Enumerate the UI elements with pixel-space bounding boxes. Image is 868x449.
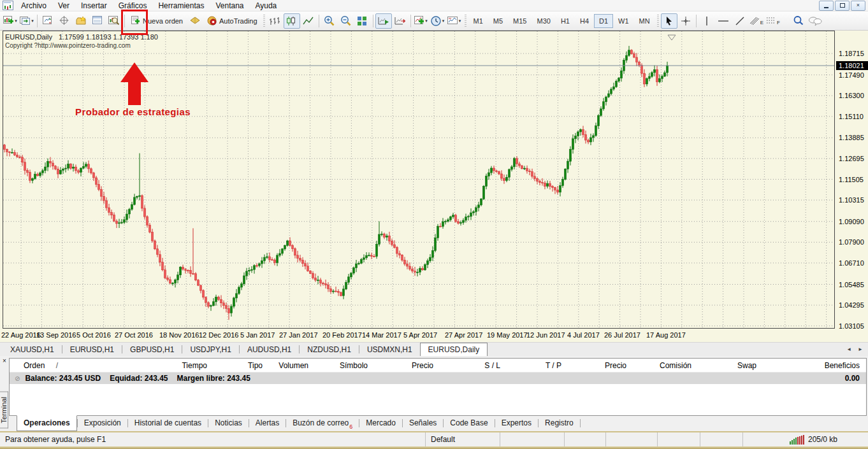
terminal-tab-noticias[interactable]: Noticias [208,416,249,431]
timeframe-m15[interactable]: M15 [508,14,532,28]
timeframe-d1[interactable]: D1 [594,14,613,28]
comments-button[interactable] [807,13,823,29]
magnifier-button[interactable] [790,13,807,29]
column-header-simbolo[interactable]: Símbolo [312,361,372,370]
mail-count-badge: 6 [349,424,352,431]
scroll-right-arrow[interactable]: ► [858,346,863,352]
column-header-volumen[interactable]: Volumen [266,361,312,370]
terminal-tab-historial-de-cuentas[interactable]: Historial de cuentas [128,416,208,431]
tile-windows-button[interactable] [354,13,371,29]
new-chart-button[interactable]: ▾ [2,13,18,29]
crosshair-icon [681,16,691,26]
line-chart-button[interactable] [300,13,317,29]
orders-header-row: Orden /TiempoTipoVolumenSímboloPrecioS /… [10,359,866,373]
column-header-beneficios[interactable]: Beneficios [760,361,866,370]
terminal-tab-code-base[interactable]: Code Base [444,416,494,431]
terminal-tab-operaciones[interactable]: Operaciones [17,415,77,431]
candlestick-chart-button[interactable] [284,13,300,29]
timeframe-m5[interactable]: M5 [488,14,508,28]
chart-tab-eurusd-h1[interactable]: EURUSD,H1 [62,343,122,356]
data-window-button[interactable] [56,13,73,29]
menu-insertar[interactable]: Insertar [75,1,113,11]
column-header-s-l[interactable]: S / L [437,361,504,370]
auto-scroll-button[interactable] [375,13,392,29]
close-button[interactable]: × [851,1,865,11]
app-icon[interactable] [3,1,13,10]
trendline-icon [735,16,745,26]
indicators-button[interactable]: ▾ [413,13,430,29]
chart-shift-icon [394,16,406,26]
fibonacci-button[interactable]: F [765,13,781,29]
navigator-icon [76,16,87,25]
minimize-button[interactable] [819,1,834,11]
column-header-swap[interactable]: Swap [695,361,760,370]
timeframe-m30[interactable]: M30 [532,14,556,28]
navigator-button[interactable] [73,13,89,29]
chart-window: 1.187151.174901.163001.151101.138851.126… [0,31,868,342]
crosshair-button[interactable] [677,13,694,29]
chart-header: EURUSD,Daily1.17599 1.18193 1.17393 1.18… [5,33,158,41]
menu-ayuda[interactable]: Ayuda [249,1,282,11]
terminal-side-tab[interactable]: Terminal [0,392,8,429]
terminal-tab-alertas[interactable]: Alertas [249,416,286,431]
scroll-left-arrow[interactable]: ◄ [846,346,851,352]
horizontal-line-button[interactable] [715,13,732,29]
terminal-tab-exposicion[interactable]: Exposición [78,416,127,431]
terminal-panel: × Terminal Orden /TiempoTipoVolumenSímbo… [0,356,868,431]
templates-icon [447,16,458,25]
terminal-tab-senales[interactable]: Señales [403,416,443,431]
chart-tab-eurusd-daily[interactable]: EURUSD,Daily [420,343,488,356]
chart-tab-nzdusd-h1[interactable]: NZDUSD,H1 [300,343,359,356]
chart-shift-button[interactable] [392,13,409,29]
menu-ver[interactable]: Ver [52,1,75,11]
chart-canvas[interactable]: 1.187151.174901.163001.151101.138851.126… [0,31,868,342]
templates-button[interactable]: ▾ [446,13,463,29]
column-header-t-p[interactable]: T / P [504,361,565,370]
menu-ventana[interactable]: Ventana [210,1,249,11]
status-profile[interactable]: Default [426,432,500,446]
status-empty-segment [658,432,700,446]
column-header-orden[interactable]: Orden / [10,361,118,370]
chart-tab-usdmxn-h1[interactable]: USDMXN,H1 [359,343,420,356]
svg-text:1.04295: 1.04295 [839,301,864,309]
terminal-tab-buzon-de-correo[interactable]: Buzón de correo6 [286,416,359,431]
column-header-tipo[interactable]: Tipo [211,361,266,370]
zoom-out-button[interactable] [338,13,354,29]
autotrading-button[interactable]: AutoTrading [203,13,261,29]
terminal-button[interactable] [89,13,106,29]
restore-button[interactable] [835,1,850,11]
metaeditor-button[interactable] [187,13,203,29]
chart-tab-audusd-h1[interactable]: AUDUSD,H1 [240,343,299,356]
menu-graficos[interactable]: Gráficos [113,1,153,11]
terminal-tab-mercado[interactable]: Mercado [359,416,402,431]
vertical-line-button[interactable] [698,13,715,29]
timeframe-mn[interactable]: MN [634,14,655,28]
column-header-precio[interactable]: Precio [372,361,437,370]
chart-tab-xauusd-h1[interactable]: XAUUSD,H1 [3,343,62,356]
column-header-precio[interactable]: Precio [565,361,630,370]
column-header-comision[interactable]: Comisión [630,361,695,370]
menu-archivo[interactable]: Archivo [15,1,52,11]
bar-chart-button[interactable] [267,13,284,29]
timeframe-h4[interactable]: H4 [575,14,594,28]
periods-button[interactable]: ▾ [430,13,446,29]
timeframe-h1[interactable]: H1 [556,14,575,28]
column-header-tiempo[interactable]: Tiempo [118,361,211,370]
cursor-button[interactable] [661,13,677,29]
strategy-tester-button[interactable] [106,13,122,29]
chart-tab-usdjpy-h1[interactable]: USDJPY,H1 [182,343,238,356]
zoom-in-button[interactable] [321,13,338,29]
equidistant-channel-button[interactable]: E [748,13,765,29]
terminal-close-button[interactable]: × [1,357,8,365]
timeframe-w1[interactable]: W1 [613,14,634,28]
trendline-button[interactable] [732,13,748,29]
market-watch-button[interactable] [40,13,56,29]
terminal-tab-registro[interactable]: Registro [539,416,580,431]
chart-tab-gbpusd-h1[interactable]: GBPUSD,H1 [122,343,182,356]
new-order-button[interactable]: Nueva orden [127,13,187,29]
timeframe-m1[interactable]: M1 [468,14,488,28]
terminal-tab-expertos[interactable]: Expertos [495,416,538,431]
menu-herramientas[interactable]: Herramientas [152,1,210,11]
svg-text:1.12695: 1.12695 [839,155,864,162]
profiles-button[interactable]: ▾ [18,13,35,29]
